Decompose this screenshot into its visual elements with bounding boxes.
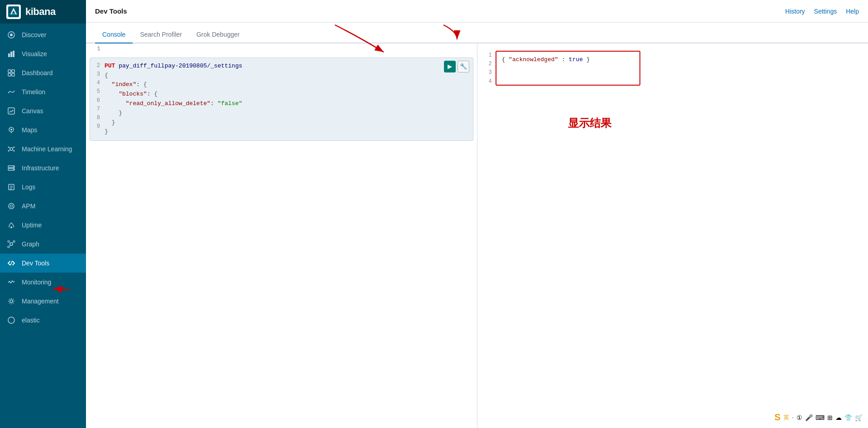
settings-wrench-button[interactable]: 🔧 [458, 61, 469, 72]
right-panel: 1 2 3 4 { "acknowledged" : true } 显示结果 [477, 43, 868, 428]
tab-console[interactable]: Console [95, 26, 133, 43]
timelion-icon [6, 87, 16, 97]
svg-rect-5 [13, 51, 14, 57]
sidebar-item-label-management: Management [22, 298, 59, 305]
management-icon [6, 296, 16, 306]
svg-point-12 [10, 129, 12, 130]
history-link[interactable]: History [785, 8, 805, 15]
sidebar-item-apm[interactable]: APM [0, 197, 86, 216]
sidebar-item-elastic[interactable]: elastic [0, 311, 86, 330]
sogou-logo: S [774, 412, 780, 423]
logs-icon [6, 182, 16, 192]
editor-code-block[interactable]: 2 3 4 5 6 7 8 9 PUT pay_diff_fullpay-201… [90, 58, 473, 141]
keyboard-icon[interactable]: ⌨ [816, 414, 825, 421]
cart-icon[interactable]: 🛒 [855, 414, 863, 421]
sidebar-item-label-infra: Infrastructure [22, 164, 59, 172]
sidebar-item-label-apm: APM [22, 202, 35, 210]
svg-point-25 [13, 169, 14, 170]
sidebar-item-visualize[interactable]: Visualize [0, 44, 86, 63]
graph-icon [6, 239, 16, 249]
visualize-icon [6, 49, 16, 59]
sidebar-item-label-dev-tools: Dev Tools [22, 260, 49, 267]
bottom-icons-bar: S 英 · ① 🎤 ⌨ ⊞ ☁ 👕 🛒 [774, 412, 863, 423]
sidebar-item-label-ml: Machine Learning [22, 145, 72, 153]
run-button[interactable]: ▶ [444, 61, 456, 72]
tab-grok-debugger[interactable]: Grok Debugger [189, 26, 247, 43]
code-content[interactable]: PUT pay_diff_fullpay-20190805/_settings … [103, 58, 473, 140]
sidebar-item-discover[interactable]: Discover [0, 25, 86, 44]
svg-point-30 [9, 203, 14, 209]
svg-rect-6 [8, 70, 11, 72]
sidebar-item-uptime[interactable]: Uptime [0, 216, 86, 235]
svg-point-35 [13, 240, 15, 242]
ime-label: 英 [783, 414, 789, 422]
canvas-icon [6, 106, 16, 116]
sidebar-item-machine-learning[interactable]: Machine Learning [0, 139, 86, 159]
sidebar-item-label-monitoring: Monitoring [22, 279, 51, 286]
sidebar-item-monitoring[interactable]: Monitoring [0, 273, 86, 292]
sidebar-item-canvas[interactable]: Canvas [0, 101, 86, 120]
line-numbers: 2 3 4 5 6 7 8 9 [90, 58, 103, 140]
sidebar-item-management[interactable]: Management [0, 292, 86, 311]
shirt-icon[interactable]: 👕 [844, 414, 852, 421]
sidebar-item-dev-tools[interactable]: Dev Tools [0, 254, 86, 273]
main-content: Dev Tools History Settings Help Console … [86, 0, 868, 428]
sidebar-item-label-maps: Maps [22, 126, 37, 134]
sidebar-item-label-graph: Graph [22, 240, 39, 248]
dot-separator: · [792, 414, 794, 422]
svg-point-24 [13, 166, 14, 167]
svg-point-36 [8, 246, 10, 248]
tab-search-profiler[interactable]: Search Profiler [133, 26, 189, 43]
sidebar-item-label-canvas: Canvas [22, 107, 43, 115]
kibana-wordmark: kibana [25, 6, 56, 18]
svg-line-37 [10, 242, 10, 243]
sidebar-item-label-logs: Logs [22, 183, 35, 191]
editor-area: 1 2 3 4 5 6 7 8 9 PUT pay_diff_fu [86, 43, 868, 428]
logo-icon [6, 5, 21, 19]
sidebar-item-label-uptime: Uptime [22, 221, 42, 229]
help-link[interactable]: Help [846, 8, 859, 15]
cloud-icon[interactable]: ☁ [835, 414, 842, 421]
kibana-logo[interactable]: kibana [0, 0, 86, 24]
svg-point-2 [10, 34, 13, 36]
code-toolbar: ▶ 🔧 [444, 61, 469, 72]
apm-icon [6, 201, 16, 211]
svg-rect-9 [12, 73, 14, 76]
infrastructure-icon [6, 163, 16, 173]
dashboard-icon [6, 68, 16, 78]
mic-icon[interactable]: 🎤 [805, 414, 813, 421]
result-panel: 1 2 3 4 { "acknowledged" : true } [477, 43, 868, 428]
svg-rect-7 [12, 70, 14, 72]
svg-point-32 [10, 226, 12, 228]
code-editor[interactable]: 1 2 3 4 5 6 7 8 9 PUT pay_diff_fu [86, 43, 477, 428]
sidebar-navigation: Discover Visualize [0, 24, 86, 428]
svg-point-31 [10, 205, 13, 207]
left-panel: 1 2 3 4 5 6 7 8 9 PUT pay_diff_fu [86, 43, 477, 428]
machine-learning-icon [6, 144, 16, 154]
maps-icon [6, 125, 16, 135]
ime-icon-1[interactable]: ① [796, 414, 802, 421]
svg-point-34 [8, 240, 10, 242]
svg-line-39 [10, 245, 10, 246]
result-code-block: { "acknowledged" : true } [496, 51, 640, 86]
sidebar: kibana Discover Visualize [0, 0, 86, 428]
svg-line-40 [10, 261, 12, 265]
sidebar-item-dashboard[interactable]: Dashboard [0, 63, 86, 82]
elastic-icon [6, 315, 16, 325]
grid-icon[interactable]: ⊞ [827, 414, 833, 421]
topbar: Dev Tools History Settings Help [86, 0, 868, 23]
svg-rect-4 [10, 52, 12, 57]
sidebar-item-label-elastic: elastic [22, 317, 40, 324]
sidebar-item-infrastructure[interactable]: Infrastructure [0, 159, 86, 178]
svg-rect-3 [8, 53, 10, 57]
sidebar-item-logs[interactable]: Logs [0, 178, 86, 197]
sidebar-item-timelion[interactable]: Timelion [0, 82, 86, 101]
sidebar-item-label-timelion: Timelion [22, 88, 45, 96]
settings-link[interactable]: Settings [814, 8, 837, 15]
svg-point-42 [8, 317, 14, 323]
sidebar-item-maps[interactable]: Maps [0, 120, 86, 139]
line-num-1: 1 [90, 44, 100, 54]
sidebar-item-graph[interactable]: Graph [0, 235, 86, 254]
discover-icon [6, 30, 16, 40]
sidebar-item-label-discover: Discover [22, 31, 46, 38]
